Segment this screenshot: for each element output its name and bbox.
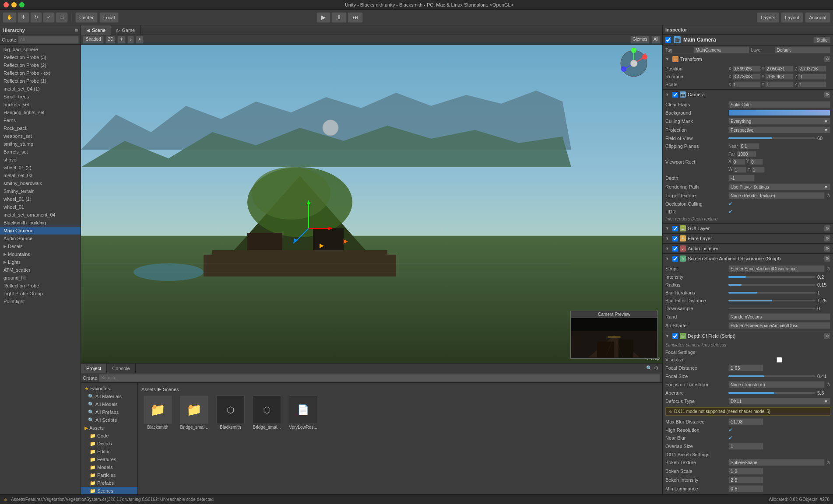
camera-header[interactable]: ▼ 📷 Camera ⚙ bbox=[663, 90, 833, 99]
close-button[interactable] bbox=[4, 2, 9, 7]
hierarchy-item[interactable]: wheel_01 (1) bbox=[0, 195, 81, 203]
vw-input[interactable] bbox=[733, 167, 746, 173]
assets-header[interactable]: ▶ Assets bbox=[81, 424, 137, 432]
hdr-checkbox[interactable]: ✔ bbox=[728, 209, 830, 215]
culling-mask-dropdown[interactable]: Everything ▼ bbox=[728, 118, 830, 125]
hierarchy-item[interactable]: Light Probe Group bbox=[0, 290, 81, 298]
dof-bokeh-texture-dropdown[interactable]: SphereShape bbox=[728, 459, 825, 466]
occlusion-checkbox[interactable]: ✔ bbox=[728, 201, 830, 207]
project-search-input[interactable] bbox=[99, 374, 660, 382]
asset-tree-item[interactable]: 📁Prefabs bbox=[81, 479, 137, 487]
hierarchy-item[interactable]: smithy_boardwalk bbox=[0, 179, 81, 187]
rot-y-input[interactable] bbox=[765, 74, 794, 80]
hierarchy-item[interactable]: weapons_set bbox=[0, 132, 81, 140]
target-texture-pick-icon[interactable]: ⊙ bbox=[826, 193, 830, 199]
dof-visualize-checkbox[interactable] bbox=[728, 357, 830, 363]
ssao-header[interactable]: ▼ § Screen Space Ambient Obscurance (Scr… bbox=[663, 254, 833, 263]
rot-z-input[interactable] bbox=[798, 74, 826, 80]
ssao-rand-dropdown[interactable]: RandomVectors bbox=[728, 313, 830, 320]
scale-tool[interactable]: ⤢ bbox=[43, 12, 55, 23]
hierarchy-item[interactable]: ▶Mountains bbox=[0, 250, 81, 258]
all-prefabs-item[interactable]: 🔍 All Prefabs bbox=[81, 408, 137, 416]
ssao-ao-shader-dropdown[interactable]: Hidden/ScreenSpaceAmbientObsc bbox=[728, 322, 830, 329]
pos-x-input[interactable] bbox=[732, 66, 761, 72]
hierarchy-item[interactable]: wheel_01 bbox=[0, 203, 81, 211]
pivot-local-button[interactable]: Local bbox=[99, 12, 119, 23]
hierarchy-item[interactable]: Rock_pack bbox=[0, 124, 81, 132]
dof-focal-size-slider[interactable] bbox=[728, 375, 815, 377]
dof-bokeh-texture-pick-icon[interactable]: ⊙ bbox=[826, 460, 830, 466]
2d-toggle[interactable]: 2D bbox=[105, 36, 116, 44]
project-settings-icon[interactable]: ⚙ bbox=[654, 365, 658, 371]
hierarchy-item[interactable]: ▶Decals bbox=[0, 242, 81, 250]
dof-settings-btn[interactable]: ⚙ bbox=[824, 333, 830, 339]
hierarchy-search[interactable] bbox=[18, 36, 79, 44]
hierarchy-item[interactable]: metal_set_ornament_04 bbox=[0, 211, 81, 219]
hierarchy-item[interactable]: Point light bbox=[0, 298, 81, 305]
ssao-downsample-slider[interactable] bbox=[728, 308, 815, 309]
asset-tree-item[interactable]: 📁Features bbox=[81, 455, 137, 463]
project-search-icon[interactable]: 🔍 bbox=[646, 365, 652, 371]
projection-dropdown[interactable]: Perspective ▼ bbox=[728, 126, 830, 133]
ssao-intensity-slider[interactable] bbox=[728, 276, 815, 278]
hand-tool[interactable]: ✋ bbox=[3, 12, 17, 23]
flare-layer-header[interactable]: ▼ ✦ Flare Layer ⚙ bbox=[663, 234, 833, 243]
clear-flags-dropdown[interactable]: Solid Color bbox=[728, 101, 830, 108]
dof-max-blur-input[interactable] bbox=[728, 418, 763, 425]
hierarchy-item[interactable]: metal_set_04 (1) bbox=[0, 85, 81, 93]
rendering-path-dropdown[interactable]: Use Player Settings ▼ bbox=[728, 183, 830, 190]
ssao-blur-iters-slider[interactable] bbox=[728, 292, 815, 294]
hierarchy-item[interactable]: ground_fill bbox=[0, 274, 81, 282]
project-create-label[interactable]: Create bbox=[83, 375, 97, 381]
asset-tree-item[interactable]: 📁Scenes bbox=[81, 487, 137, 494]
game-tab[interactable]: ▷ Game bbox=[111, 25, 141, 35]
all-materials-item[interactable]: 🔍 All Materials bbox=[81, 392, 137, 400]
hierarchy-item[interactable]: shovel bbox=[0, 156, 81, 164]
scale-y-input[interactable] bbox=[765, 81, 794, 88]
ssao-settings-btn[interactable]: ⚙ bbox=[824, 256, 830, 262]
background-color[interactable] bbox=[728, 110, 830, 116]
ssao-script-dropdown[interactable]: ScreenSpaceAmbientObscurance bbox=[728, 265, 825, 272]
dof-aperture-slider[interactable] bbox=[728, 392, 815, 394]
vx-input[interactable] bbox=[732, 159, 745, 165]
asset-tree-item[interactable]: 📁Particles bbox=[81, 471, 137, 479]
pivot-center-button[interactable]: Center bbox=[75, 12, 98, 23]
scale-z-input[interactable] bbox=[798, 81, 826, 88]
create-label[interactable]: Create bbox=[2, 37, 16, 42]
asset-item[interactable]: 📄VeryLowRes... bbox=[287, 396, 320, 430]
hierarchy-item[interactable]: big_bad_sphere bbox=[0, 46, 81, 53]
gui-enabled[interactable] bbox=[672, 226, 678, 231]
depth-input[interactable] bbox=[728, 175, 755, 182]
lighting-toggle[interactable]: ☀ bbox=[117, 36, 126, 44]
rotate-tool[interactable]: ↻ bbox=[30, 12, 42, 23]
dof-high-res-checkbox[interactable]: ✔ bbox=[728, 427, 830, 433]
rot-x-input[interactable] bbox=[732, 74, 761, 80]
hierarchy-item[interactable]: Smithy_terrain bbox=[0, 187, 81, 195]
minimize-button[interactable] bbox=[11, 2, 17, 7]
vy-input[interactable] bbox=[750, 159, 763, 165]
camera-settings-btn[interactable]: ⚙ bbox=[824, 91, 830, 98]
ssao-script-pick-icon[interactable]: ⊙ bbox=[826, 266, 830, 272]
hierarchy-item[interactable]: ATM_scatter bbox=[0, 266, 81, 274]
scene-tab[interactable]: ⊞ Scene bbox=[81, 25, 111, 35]
pause-button[interactable]: ⏸ bbox=[331, 12, 347, 23]
hierarchy-item[interactable]: metal_set_03 bbox=[0, 172, 81, 179]
favorites-header[interactable]: ★ Favorites bbox=[81, 385, 137, 392]
console-tab[interactable]: Console bbox=[107, 364, 135, 373]
all-scripts-item[interactable]: 🔍 All Scripts bbox=[81, 416, 137, 424]
camera-enabled[interactable] bbox=[672, 92, 678, 98]
dof-bokeh-intensity-input[interactable] bbox=[728, 476, 763, 483]
hierarchy-item[interactable]: wheel_01 (2) bbox=[0, 164, 81, 172]
play-button[interactable]: ▶ bbox=[316, 12, 330, 23]
dof-min-luminance-input[interactable] bbox=[728, 485, 763, 492]
target-texture-dropdown[interactable]: None (Render Texture) bbox=[728, 192, 825, 199]
hierarchy-item[interactable]: Reflection Probe (3) bbox=[0, 53, 81, 61]
far-input[interactable] bbox=[737, 151, 756, 157]
hierarchy-item[interactable]: Blacksmith_building bbox=[0, 219, 81, 227]
ssao-blur-filter-slider[interactable] bbox=[728, 300, 815, 301]
asset-tree-item[interactable]: 📁Models bbox=[81, 463, 137, 471]
layers-dropdown[interactable]: Layers bbox=[757, 12, 779, 23]
move-tool[interactable]: ✛ bbox=[18, 12, 29, 23]
gizmos-btn[interactable]: Gizmos bbox=[630, 36, 650, 44]
project-tab[interactable]: Project bbox=[81, 364, 107, 373]
